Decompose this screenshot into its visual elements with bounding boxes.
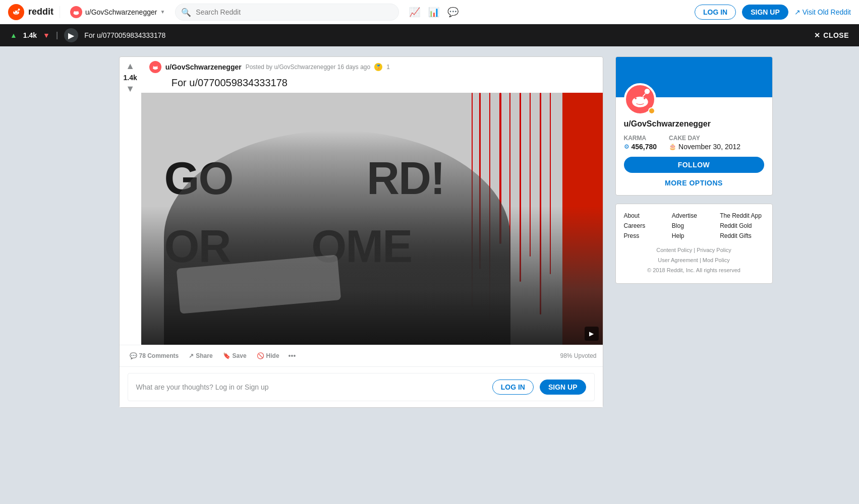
comments-icon: 💬 xyxy=(130,352,137,359)
ticker-upvote[interactable]: ▲ xyxy=(10,31,17,39)
trending-icon[interactable]: 📈 xyxy=(409,7,420,18)
save-button[interactable]: 🔖 Save xyxy=(219,349,251,362)
karma-label: Karma xyxy=(624,135,657,142)
user-card-stats: Karma ⚙ 456,780 Cake day 🎂 November 30, … xyxy=(624,135,764,151)
post-image: GO HRD! OR HOME xyxy=(141,93,603,345)
svg-point-20 xyxy=(644,89,650,94)
more-options-button[interactable]: MORE OPTIONS xyxy=(624,177,764,189)
footer-link-blog[interactable]: Blog xyxy=(672,222,716,229)
external-link-icon: ↗ xyxy=(794,8,800,16)
privacy-policy-link[interactable]: Privacy Policy xyxy=(697,247,731,253)
search-bar: 🔍 xyxy=(175,4,399,21)
online-indicator xyxy=(648,107,655,114)
svg-point-2 xyxy=(14,11,15,12)
reddit-logo-text: reddit xyxy=(28,7,53,17)
main-layout: ▲ 1.4k ▼ u/GovSchwarzenegger Posted by u… xyxy=(77,46,783,408)
downvote-button[interactable]: ▼ xyxy=(126,84,135,94)
login-button[interactable]: LOG IN xyxy=(695,5,736,20)
footer-link-careers[interactable]: Careers xyxy=(624,222,668,229)
ticker-title: For u/0770059834333178 xyxy=(84,31,165,39)
ticker-play-button[interactable]: ▶ xyxy=(64,28,78,42)
comment-login-button[interactable]: LOG IN xyxy=(492,380,534,395)
footer-link-help[interactable]: Help xyxy=(672,232,716,239)
footer-link-reddit-app[interactable]: The Reddit App xyxy=(720,212,764,219)
vote-score: 1.4k xyxy=(124,74,137,82)
footer-link-reddit-gold[interactable]: Reddit Gold xyxy=(720,222,764,229)
svg-point-15 xyxy=(632,97,648,107)
post-vote-column: ▲ 1.4k ▼ xyxy=(120,57,141,345)
save-icon: 🔖 xyxy=(223,352,231,359)
dropdown-chevron-icon: ▼ xyxy=(160,9,165,15)
search-input[interactable] xyxy=(175,4,399,21)
post-author-name[interactable]: u/GovSchwarzenegger xyxy=(165,63,242,71)
nav-icons: 📈 📊 💬 xyxy=(409,7,459,18)
comments-button[interactable]: 💬 78 Comments xyxy=(126,349,183,362)
svg-point-19 xyxy=(644,98,646,100)
search-icon: 🔍 xyxy=(181,7,191,17)
cakeday-label: Cake day xyxy=(669,135,740,142)
cakeday-value: November 30, 2012 xyxy=(678,143,740,151)
footer-link-reddit-gifts[interactable]: Reddit Gifts xyxy=(720,232,764,239)
post-header: u/GovSchwarzenegger Posted by u/GovSchwa… xyxy=(141,57,603,77)
reddit-logo[interactable]: reddit xyxy=(8,4,53,20)
footer-policy: Content Policy | Privacy Policy User Agr… xyxy=(624,245,764,275)
ticker-bar: ▲ 1.4k ▼ | ▶ For u/0770059834333178 ✕ CL… xyxy=(0,24,859,46)
ticker-separator: | xyxy=(56,31,58,40)
nav-divider xyxy=(60,6,60,18)
reddit-logo-icon xyxy=(8,4,24,20)
close-icon: ✕ xyxy=(814,31,821,39)
comment-signup-button[interactable]: SIGN UP xyxy=(540,380,586,395)
footer-link-advertise[interactable]: Advertise xyxy=(672,212,716,219)
karma-value: 456,780 xyxy=(632,143,657,151)
visit-old-reddit[interactable]: ↗ Visit Old Reddit xyxy=(794,8,851,16)
sidebar-username[interactable]: u/GovSchwarzenegger xyxy=(624,119,764,129)
stats-icon[interactable]: 📊 xyxy=(428,7,439,18)
svg-point-12 xyxy=(153,66,154,67)
post-container: ▲ 1.4k ▼ u/GovSchwarzenegger Posted by u… xyxy=(119,56,603,408)
comment-input-wrap: What are your thoughts? Log in or Sign u… xyxy=(128,373,595,401)
user-card-body: u/GovSchwarzenegger Karma ⚙ 456,780 Cake… xyxy=(616,97,772,195)
post-actions: 💬 78 Comments ↗ Share 🔖 Save 🚫 Hide ••• … xyxy=(120,345,603,366)
content-policy-link[interactable]: Content Policy xyxy=(656,247,692,253)
share-icon: ↗ xyxy=(189,352,194,359)
ticker-downvote[interactable]: ▼ xyxy=(43,31,50,39)
hide-button[interactable]: 🚫 Hide xyxy=(253,349,283,362)
more-actions-button[interactable]: ••• xyxy=(285,350,299,362)
left-sidebar xyxy=(87,56,107,408)
chat-icon[interactable]: 💬 xyxy=(447,7,459,18)
mod-policy-link[interactable]: Mod Policy xyxy=(703,257,730,263)
post-title: For u/0770059834333178 xyxy=(141,77,603,93)
upvote-percentage: 98% Upvoted xyxy=(560,352,596,359)
karma-icon: ⚙ xyxy=(624,143,629,150)
footer-link-about[interactable]: About xyxy=(624,212,668,219)
signup-button[interactable]: SIGN UP xyxy=(742,5,788,20)
svg-point-18 xyxy=(635,98,637,100)
share-button[interactable]: ↗ Share xyxy=(185,349,216,362)
award-count: 1 xyxy=(386,64,390,71)
footer-links: About Advertise The Reddit App Careers B… xyxy=(615,204,773,284)
ticker-close-button[interactable]: ✕ CLOSE xyxy=(814,31,849,39)
svg-point-4 xyxy=(18,9,20,11)
post-content: u/GovSchwarzenegger Posted by u/GovSchwa… xyxy=(141,57,603,345)
nav-user-name: u/GovSchwarzenegger xyxy=(85,8,157,16)
user-dropdown[interactable]: u/GovSchwarzenegger ▼ xyxy=(66,4,169,20)
nav-user-avatar xyxy=(70,6,82,18)
award-badge: 🏅 xyxy=(374,63,382,71)
cake-icon: 🎂 xyxy=(669,143,676,150)
cakeday-stat: Cake day 🎂 November 30, 2012 xyxy=(669,135,740,151)
svg-point-13 xyxy=(156,66,157,67)
post-body: ▲ 1.4k ▼ u/GovSchwarzenegger Posted by u… xyxy=(120,57,603,345)
gym-background: GO HRD! OR HOME xyxy=(141,93,603,345)
user-agreement-link[interactable]: User Agreement xyxy=(658,257,698,263)
top-nav: reddit u/GovSchwarzenegger ▼ 🔍 📈 📊 💬 LOG… xyxy=(0,0,859,24)
user-card-avatar-wrap xyxy=(624,83,656,115)
comment-box: What are your thoughts? Log in or Sign u… xyxy=(120,366,603,407)
footer-link-press[interactable]: Press xyxy=(624,232,668,239)
follow-button[interactable]: FOLLOW xyxy=(624,157,764,173)
footer-links-grid: About Advertise The Reddit App Careers B… xyxy=(624,212,764,239)
play-icon: ▶ xyxy=(68,31,74,40)
video-icon: ▶ xyxy=(589,330,594,337)
post-author-avatar xyxy=(149,61,161,73)
karma-stat: Karma ⚙ 456,780 xyxy=(624,135,657,151)
upvote-button[interactable]: ▲ xyxy=(126,61,135,72)
